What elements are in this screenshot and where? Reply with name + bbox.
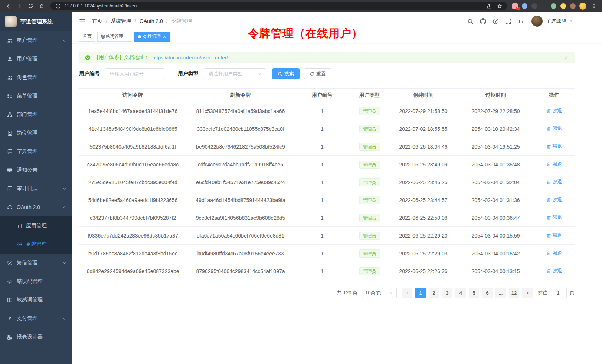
site-info-icon[interactable] (54, 2, 62, 10)
close-icon[interactable] (163, 35, 166, 39)
chevron-up-icon (62, 205, 66, 209)
force-logout-button[interactable]: 强退 (546, 161, 562, 168)
reload-icon[interactable] (27, 2, 34, 10)
tab-token[interactable]: 令牌管理 (134, 32, 170, 42)
search-button[interactable]: 搜索 (272, 68, 300, 79)
extension-icon[interactable] (551, 3, 556, 9)
dept-icon (7, 112, 13, 118)
app-logo[interactable]: 芋道管理系统 (0, 12, 72, 31)
table-row: 41c41346a548490f9dc8b01c6bfe0865333ecfc7… (79, 120, 575, 138)
extension-icon[interactable] (560, 3, 566, 9)
logo-image (5, 16, 17, 27)
sidebar-item-tenant[interactable]: 租户管理 (0, 31, 72, 50)
sidebar-item-error-code[interactable]: 错误码管理 (0, 272, 72, 291)
force-logout-button[interactable]: 强退 (546, 268, 562, 274)
force-logout-button[interactable]: 强退 (546, 232, 562, 239)
page-more-button[interactable]: ... (495, 288, 506, 298)
force-logout-button[interactable]: 强退 (546, 196, 562, 203)
breadcrumb-item[interactable]: 首页 (92, 18, 102, 24)
sidebar-item-oauth2-application[interactable]: 应用管理 (0, 216, 72, 235)
share-icon[interactable] (485, 2, 493, 10)
browser-profile-avatar[interactable] (579, 3, 586, 10)
sidebar-item-menu[interactable]: 菜单管理 (0, 87, 72, 105)
force-logout-button[interactable]: 强退 (546, 214, 562, 221)
breadcrumb-separator: / (135, 18, 136, 24)
sidebar-toggle-icon[interactable] (77, 16, 87, 26)
extension-icon[interactable] (512, 3, 518, 9)
force-logout-button[interactable]: 强退 (546, 179, 562, 185)
close-icon[interactable] (125, 35, 129, 39)
chevron-down-icon (62, 317, 66, 321)
browser-menu-icon[interactable] (590, 2, 598, 10)
fullscreen-icon[interactable] (503, 16, 513, 26)
goto-page-input[interactable] (550, 288, 567, 298)
user-id-cell: 1 (294, 262, 350, 280)
report-icon (7, 334, 13, 340)
oauth-icon (7, 205, 13, 210)
extension-icon[interactable] (541, 3, 547, 9)
sidebar-menu: 租户管理用户管理角色管理菜单管理部门管理岗位管理字典管理通知公告审计日志OAut… (0, 31, 72, 346)
user-type-cell: 管理员 (350, 209, 389, 227)
sidebar-item-oauth2-token[interactable]: 令牌管理 (0, 235, 72, 254)
sidebar-item-pay[interactable]: ¥支付管理 (0, 309, 72, 328)
pagination-pages: 123456...12 (414, 288, 521, 298)
extension-icon[interactable] (570, 3, 576, 9)
page-button-3[interactable]: 3 (442, 288, 452, 298)
home-icon[interactable] (38, 2, 45, 10)
sidebar-item-label: 错误码管理 (17, 278, 66, 285)
extension-icon[interactable] (522, 3, 527, 9)
sidebar-item-post[interactable]: 岗位管理 (0, 124, 72, 142)
sidebar-item-sensitive-word[interactable]: 敏感词管理 (0, 291, 72, 309)
user-id-cell: 1 (294, 191, 350, 209)
page-size-select[interactable]: 10条/页 (362, 288, 397, 298)
sidebar-item-audit-log[interactable]: 审计日志 (0, 179, 72, 198)
help-icon[interactable] (491, 16, 500, 26)
user-type-select-placeholder: 请选择用户类型 (209, 70, 258, 77)
page-button-4[interactable]: 4 (455, 288, 466, 298)
page-button-5[interactable]: 5 (469, 288, 479, 298)
back-icon[interactable] (4, 2, 12, 10)
created-time-cell: 2022-06-25 23:44:57 (389, 191, 458, 209)
reset-button[interactable]: 重置 (304, 68, 331, 79)
user-type-badge: 管理员 (359, 232, 380, 240)
force-logout-button[interactable]: 强退 (546, 125, 562, 132)
font-size-icon[interactable]: TT (516, 16, 526, 26)
sidebar-item-dict[interactable]: 字典管理 (0, 142, 72, 161)
force-logout-button[interactable]: 强退 (546, 143, 562, 150)
user-type-select[interactable]: 请选择用户类型 (204, 68, 266, 79)
access-token-cell: 1ea5e44f8bc1467aaede43144f31de76 (79, 102, 187, 120)
search-icon[interactable] (465, 16, 475, 26)
action-cell: 强退 (534, 262, 575, 280)
next-page-button[interactable] (522, 288, 533, 298)
page-button-6[interactable]: 6 (482, 288, 493, 298)
user-menu[interactable]: 芋道源码 (531, 16, 573, 27)
table-body: 1ea5e44f8bc1467aaede43144f31de76811c5304… (79, 102, 575, 280)
page-button-1[interactable]: 1 (415, 288, 426, 298)
sidebar-item-user[interactable]: 用户管理 (0, 50, 72, 68)
github-icon[interactable] (478, 16, 488, 26)
sidebar-item-oauth2[interactable]: OAuth 2.0 (0, 198, 72, 216)
tab-home[interactable]: 首页 (79, 32, 95, 42)
force-logout-button[interactable]: 强退 (546, 250, 562, 257)
force-logout-button[interactable]: 强退 (546, 107, 562, 114)
page-button-2[interactable]: 2 (429, 288, 439, 298)
bookmark-star-icon[interactable] (496, 2, 503, 10)
sidebar-item-dept[interactable]: 部门管理 (0, 105, 72, 124)
extension-icon[interactable] (531, 3, 537, 9)
alert-close-icon[interactable] (564, 55, 569, 60)
breadcrumb-item[interactable]: 系统管理 (111, 18, 131, 24)
prev-page-button[interactable] (402, 288, 412, 298)
user-id-cell: 1 (294, 120, 350, 138)
forward-icon[interactable] (16, 2, 23, 10)
sidebar-item-role[interactable]: 角色管理 (0, 68, 72, 87)
breadcrumb-item[interactable]: OAuth 2.0 (140, 18, 163, 24)
user-id-input[interactable] (105, 68, 165, 79)
user-type-cell: 管理员 (350, 245, 389, 262)
page-button-12[interactable]: 12 (509, 288, 519, 298)
sidebar-item-notice[interactable]: 通知公告 (0, 161, 72, 179)
tab-sensitive-word[interactable]: 敏感词管理 (97, 32, 132, 42)
doc-link[interactable]: https://doc.iocoder.cn/user-center/ (153, 55, 228, 60)
sidebar-item-sms[interactable]: 短信管理 (0, 254, 72, 272)
address-bar[interactable]: 127.0.0.1:1024/system/oauth2/token (50, 2, 507, 10)
sidebar-item-report-designer[interactable]: 报表设计器 (0, 328, 72, 346)
